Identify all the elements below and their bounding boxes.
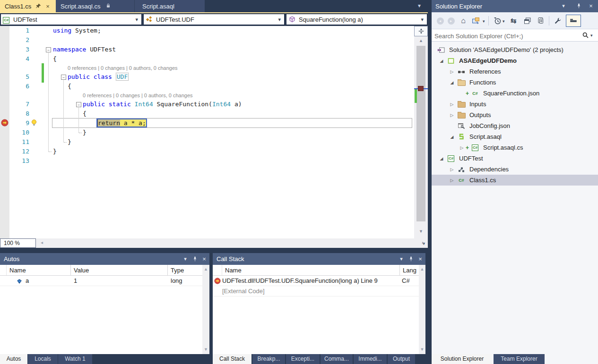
lightbulb-icon[interactable]	[30, 119, 38, 128]
expander-icon[interactable]: ◢	[436, 59, 447, 63]
expander-icon[interactable]: ▷	[447, 167, 457, 172]
member-dropdown[interactable]: SquareFunction(long a) ▾	[286, 14, 427, 25]
column-header-lang[interactable]: Lang	[400, 265, 419, 275]
solution-explorer-titlebar[interactable]: Solution Explorer ▾ ×	[432, 0, 598, 12]
codelens-indicator[interactable]: 0 references | 0 changes | 0 authors, 0 …	[68, 64, 178, 72]
tree-item-class1-cs[interactable]: ▷ C# Class1.cs	[432, 175, 598, 186]
tree-item-outputs[interactable]: ▷ Outputs	[432, 110, 598, 120]
pin-icon[interactable]	[407, 253, 415, 265]
expander-icon[interactable]: ▷	[458, 145, 466, 150]
tab-immediate[interactable]: Immedi...	[354, 354, 387, 364]
codelens-indicator[interactable]: 0 references | 0 changes | 0 authors, 0 …	[83, 91, 193, 100]
scroll-down-icon[interactable]: ▼	[414, 229, 428, 234]
tree-item-solution[interactable]: Solution 'ASAEdgeUDFDemo' (2 projects)	[432, 44, 598, 55]
window-menu-icon[interactable]: ▾	[397, 253, 406, 265]
scrollbar-thumb[interactable]	[416, 46, 425, 221]
tab-team-explorer[interactable]: Team Explorer	[494, 354, 545, 364]
chevron-down-icon[interactable]: ▾	[483, 19, 485, 24]
tab-script-asaql-cs[interactable]: Script.asaql.cs	[56, 0, 134, 12]
expander-icon[interactable]: ◢	[447, 80, 457, 85]
zoom-level-dropdown[interactable]: 100 % ▾	[0, 238, 36, 248]
autos-scrollbar[interactable]: ▲ ▼	[202, 265, 209, 354]
expander-icon[interactable]: ▷	[447, 102, 457, 107]
tab-class1-cs[interactable]: Class1.cs ×	[0, 0, 56, 12]
tree-item-script-asaql-cs[interactable]: ▷ + C# Script.asaql.cs	[432, 142, 598, 153]
collapse-box[interactable]: −	[61, 75, 66, 80]
column-header-value[interactable]: Value	[71, 265, 168, 275]
tree-item-udftest-project[interactable]: ◢ C# UDFTest	[432, 153, 598, 164]
show-all-files-button[interactable]	[537, 17, 545, 25]
autos-row[interactable]: a 1 long	[0, 276, 209, 286]
scroll-up-icon[interactable]: ▲	[202, 267, 209, 271]
expander-icon[interactable]: ▷	[447, 178, 457, 183]
search-icon[interactable]	[582, 32, 589, 40]
close-icon[interactable]: ×	[200, 253, 208, 265]
column-header-type[interactable]: Type	[168, 265, 202, 275]
window-menu-icon[interactable]: ▾	[181, 253, 190, 265]
tree-item-inputs[interactable]: ▷ Inputs	[432, 99, 598, 110]
tab-callstack[interactable]: Call Stack	[213, 354, 251, 364]
properties-button[interactable]	[554, 17, 562, 25]
code-editor[interactable]: 1using System; 2 3namespace UDFTest 4{ 0…	[0, 26, 428, 238]
chevron-down-icon[interactable]: ▾	[503, 19, 505, 24]
tree-item-squarefunction-json[interactable]: + C# SquareFunction.json	[432, 88, 598, 99]
project-dropdown[interactable]: C# UDFTest ▾	[0, 14, 142, 25]
tree-item-references[interactable]: ▷ References	[432, 66, 598, 77]
tab-solution-explorer[interactable]: Solution Explorer	[432, 354, 493, 364]
tree-item-script-asaql[interactable]: ◢ Script.asaql	[432, 131, 598, 142]
scroll-down-icon[interactable]: ▼	[419, 347, 425, 352]
pending-changes-filter-button[interactable]	[493, 17, 502, 25]
callstack-row[interactable]: [External Code]	[213, 286, 425, 296]
current-statement-highlight[interactable]: return a * a;	[96, 119, 147, 127]
autos-titlebar[interactable]: Autos ▾ ×	[0, 253, 209, 265]
collapse-box[interactable]: −	[76, 102, 81, 107]
collapse-box[interactable]: −	[46, 47, 51, 52]
forward-button[interactable]: ▸	[447, 17, 455, 25]
tab-breakpoints[interactable]: Breakp...	[252, 354, 285, 364]
tree-item-dependencies[interactable]: ▷ Dependencies	[432, 164, 598, 175]
tab-command[interactable]: Comma...	[321, 354, 353, 364]
search-input[interactable]	[433, 31, 577, 41]
expander-icon[interactable]: ◢	[447, 135, 457, 139]
expander-icon[interactable]: ▷	[447, 69, 457, 74]
tab-exceptions[interactable]: Excepti...	[286, 354, 320, 364]
expander-icon[interactable]: ◢	[436, 156, 447, 161]
tab-script-asaql[interactable]: Script.asaql	[134, 0, 205, 12]
callstack-titlebar[interactable]: Call Stack ▾ ×	[213, 253, 425, 265]
tree-item-functions[interactable]: ◢ Functions	[432, 77, 598, 88]
expander-icon[interactable]: ▷	[447, 113, 457, 118]
type-dropdown[interactable]: UDFTest.UDF ▾	[143, 14, 285, 25]
tab-watch1[interactable]: Watch 1	[58, 354, 92, 364]
pin-icon[interactable]	[191, 253, 199, 265]
scroll-up-icon[interactable]: ▲	[419, 267, 425, 271]
preview-selected-items-toggle[interactable]	[566, 15, 581, 27]
pin-icon[interactable]	[574, 0, 583, 12]
window-menu-icon[interactable]: ▾	[559, 0, 568, 12]
chevron-down-icon[interactable]: ▾	[590, 33, 593, 38]
close-icon[interactable]: ×	[46, 3, 50, 10]
tree-item-jobconfig-json[interactable]: JobConfig.json	[432, 120, 598, 131]
scroll-up-icon[interactable]: ▲	[414, 38, 428, 43]
column-header-name[interactable]: Name	[222, 265, 400, 275]
variable-value[interactable]: 1	[71, 276, 168, 286]
tab-output[interactable]: Output	[388, 354, 415, 364]
back-button[interactable]: ◂	[436, 17, 444, 25]
breakpoint-current-statement-icon[interactable]	[1, 119, 9, 128]
collapse-all-button[interactable]	[523, 17, 532, 25]
editor-split-handle[interactable]	[414, 26, 428, 36]
document-list-dropdown-icon[interactable]: ▾	[418, 2, 421, 9]
home-button[interactable]: ⌂	[459, 17, 468, 25]
tab-autos[interactable]: Autos	[0, 354, 27, 364]
hscroll-left-icon[interactable]: ◂	[41, 240, 43, 245]
switch-views-button[interactable]	[471, 17, 480, 25]
callstack-row[interactable]: UDFTest.dll!UDFTest.UDF.SquareFunction(l…	[213, 276, 425, 286]
pin-icon[interactable]	[36, 3, 41, 9]
callstack-scrollbar[interactable]: ▲ ▼	[419, 265, 425, 354]
tab-locals[interactable]: Locals	[28, 354, 58, 364]
close-icon[interactable]: ×	[587, 0, 595, 12]
tree-item-asa-project[interactable]: ◢ ASAEdgeUDFDemo	[432, 55, 598, 66]
column-header-name[interactable]: Name	[7, 265, 71, 275]
close-icon[interactable]: ×	[416, 253, 425, 265]
sync-with-active-document-button[interactable]: ⇆	[509, 17, 518, 25]
scroll-down-icon[interactable]: ▼	[202, 347, 209, 352]
